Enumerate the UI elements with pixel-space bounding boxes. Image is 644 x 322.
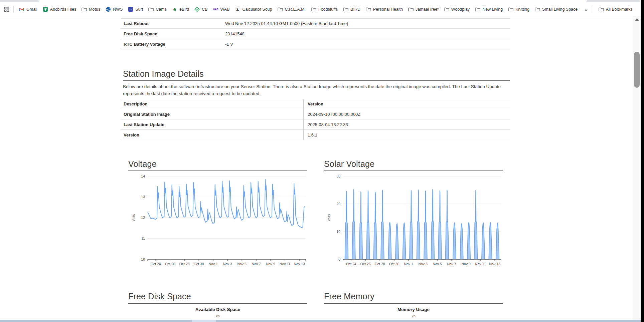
ebird-icon: e [172, 7, 177, 12]
solar-voltage-chart: Oct 24Oct 26Oct 28Oct 30Nov 1Nov 3Nov 5N… [324, 171, 504, 268]
bookmark-label: Woodplay [451, 7, 470, 12]
web-page: Last RebootWed Nov 12 2025 01:44:10 GMT-… [0, 16, 633, 320]
bookmark-cb[interactable]: CB [192, 5, 210, 13]
bookmark-label: CB [202, 7, 207, 12]
bookmark-ebird[interactable]: eeBird [169, 5, 192, 13]
solar-voltage-section-title: Solar Voltage [324, 159, 503, 171]
bookmark-label: eBird [179, 7, 189, 12]
x-tick-label: Nov 3 [223, 262, 232, 266]
vertical-scrollbar[interactable] [633, 16, 641, 322]
bookmark-c-r-e-a-m-[interactable]: C.R.E.A.M. [275, 5, 309, 13]
folder-icon [475, 7, 480, 12]
bookmark-woodplay[interactable]: Woodplay [441, 5, 472, 13]
station-image-table: DescriptionVersionOriginal Station Image… [121, 99, 510, 140]
browser-window: GmailAbcbirds FilesMotusNWSSurfCamseeBir… [0, 0, 644, 322]
row-label: Last Reboot [121, 21, 225, 26]
bookmarks-overflow-chevron[interactable]: » [582, 6, 590, 13]
row-value: 2024-09-10T00:00:00.000Z [303, 109, 510, 119]
apps-grid-icon[interactable] [3, 5, 11, 13]
bookmark-motus[interactable]: Motus [79, 5, 103, 13]
y-tick-label: 14 [141, 174, 145, 178]
free-disk-space-title: Free Disk Space [128, 292, 307, 304]
folder-icon [444, 7, 449, 12]
folder-icon [366, 7, 371, 12]
bookmark-surf[interactable]: Surf [125, 5, 146, 13]
bookmark-nws[interactable]: NWS [103, 5, 125, 13]
wab-icon: WAB [213, 7, 218, 12]
bookmark-gmail[interactable]: Gmail [16, 5, 40, 13]
x-tick-label: Nov 3 [418, 262, 428, 266]
bookmark-bird[interactable]: BIRD [340, 5, 363, 13]
table-row: Last Station Update2025-08-04 13:22:33 [121, 119, 510, 130]
x-tick-label: Oct 30 [389, 262, 399, 266]
bookmark-label: BIRD [350, 7, 360, 12]
omnibox-bottom-edge [38, 0, 587, 2]
x-tick-label: Oct 24 [151, 262, 161, 266]
folder-icon [278, 7, 283, 12]
folder-icon [408, 7, 414, 12]
gmail-icon [19, 7, 24, 12]
folder-icon [343, 7, 348, 12]
all-bookmarks-button[interactable]: All Bookmarks [596, 5, 635, 13]
y-tick-label: 13 [141, 195, 145, 199]
folder-icon [535, 7, 540, 12]
bookmark-label: Foodstuffs [318, 7, 338, 12]
bookmark-small-living-space[interactable]: Small Living Space [532, 5, 580, 13]
surf-icon [128, 7, 133, 12]
bookmark-label: Abcbirds Files [50, 7, 76, 12]
bookmark-abcbirds-files[interactable]: Abcbirds Files [40, 5, 79, 13]
sigma-icon: Σ [235, 7, 240, 12]
x-tick-label: Oct 28 [375, 262, 385, 266]
bookmark-cams[interactable]: Cams [146, 5, 169, 13]
x-tick-label: Nov 1 [208, 262, 218, 266]
x-tick-label: Nov 9 [266, 262, 275, 266]
bookmark-label: Motus [89, 7, 100, 12]
solar-series [343, 190, 501, 259]
bookmark-label: Personal Health [373, 7, 403, 12]
y-tick-label: 12 [141, 216, 145, 220]
row-label: Description [121, 101, 303, 106]
row-value: 2025-08-04 13:22:33 [303, 119, 510, 129]
table-row: Last RebootWed Nov 12 2025 01:44:10 GMT-… [121, 18, 510, 29]
table-row: Version1.6.1 [121, 130, 510, 140]
folder-icon [82, 7, 87, 12]
row-label: Original Station Image [121, 112, 303, 117]
bookmark-jamaal-ireef[interactable]: Jamaal Ireef [406, 5, 441, 13]
nws-icon [106, 7, 111, 12]
scrollbar-thumb[interactable] [634, 52, 640, 88]
row-label: Last Station Update [121, 122, 303, 127]
x-tick-label: Nov 11 [280, 262, 291, 266]
abcbirds-icon [43, 7, 48, 12]
row-label: Version [121, 132, 303, 137]
y-tick-label: 30 [336, 174, 340, 178]
bookmarks-bar-divider [593, 6, 593, 13]
taskbar-edge-highlight [192, 320, 216, 322]
memory-usage-chart-title: Memory Usage [324, 307, 503, 312]
bookmark-label: Gmail [26, 7, 37, 12]
bookmark-label: C.R.E.A.M. [285, 7, 306, 12]
bookmarks-bar-divider [13, 6, 14, 13]
folder-icon [599, 7, 604, 12]
folder-icon [148, 7, 154, 12]
x-tick-label: Nov 1 [404, 262, 413, 266]
bookmark-label: Surf [135, 7, 143, 12]
voltage-series [148, 179, 305, 228]
bookmark-wab[interactable]: WABWAB [210, 5, 232, 13]
screen-edge [641, 0, 644, 322]
available-disk-space-chart-title: Available Disk Space [128, 307, 307, 312]
bookmark-label: NWS [113, 7, 123, 12]
x-tick-label: Nov 7 [447, 262, 456, 266]
bookmark-calculator-soup[interactable]: ΣCalculator Soup [232, 5, 275, 13]
y-tick-label: 10 [336, 230, 340, 234]
bookmark-knitting[interactable]: Knitting [505, 5, 532, 13]
station-image-details-title: Station Image Details [123, 69, 510, 81]
folder-icon [508, 7, 513, 12]
bookmark-personal-health[interactable]: Personal Health [363, 5, 406, 13]
row-value: Version [303, 99, 510, 109]
bookmark-new-living[interactable]: New Living [472, 5, 505, 13]
bookmark-foodstuffs[interactable]: Foodstuffs [308, 5, 340, 13]
scrollbar-up-arrow[interactable] [635, 18, 639, 21]
x-tick-label: Nov 5 [237, 262, 247, 266]
y-tick-label: 0 [338, 257, 340, 261]
x-tick-label: Oct 26 [360, 262, 371, 266]
